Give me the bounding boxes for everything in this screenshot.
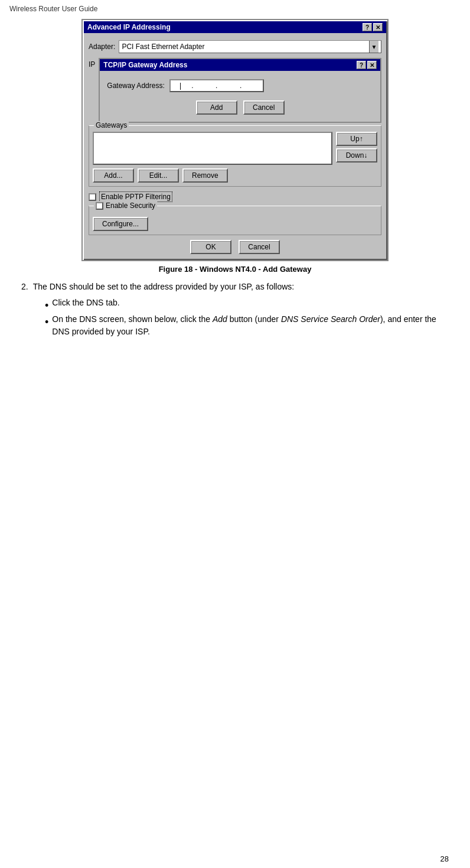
gateway-addr-row: Gateway Address: | . . . bbox=[107, 79, 373, 92]
gateway-help-btn[interactable]: ? bbox=[357, 61, 366, 69]
screenshot-container: Advanced IP Addressing ? ✕ Adapter: PCI … bbox=[9, 19, 461, 261]
gateway-dialog: TCP/IP Gateway Address ? ✕ Gateway Addre… bbox=[99, 58, 381, 123]
bullet-dot-1: • bbox=[45, 300, 48, 311]
gateway-cancel-btn[interactable]: Cancel bbox=[243, 100, 285, 115]
page-header: Wireless Router User Guide bbox=[9, 5, 461, 13]
gateways-listbox[interactable] bbox=[93, 132, 332, 165]
gateway-titlebar: TCP/IP Gateway Address ? ✕ bbox=[100, 59, 380, 71]
numbered-item: 2. The DNS should be set to the address … bbox=[21, 281, 449, 293]
gateways-down-btn[interactable]: Down↓ bbox=[336, 148, 377, 162]
gateways-up-btn[interactable]: Up↑ bbox=[336, 132, 377, 146]
adv-ip-body: Adapter: PCI Fast Ethernet Adapter ▼ IP … bbox=[84, 37, 386, 259]
adv-ip-dialog: Advanced IP Addressing ? ✕ Adapter: PCI … bbox=[81, 19, 389, 261]
bullet-dot-2: • bbox=[45, 317, 48, 327]
dialog-footer: OK Cancel bbox=[89, 240, 381, 254]
adv-ip-titlebar: Advanced IP Addressing ? ✕ bbox=[84, 21, 386, 33]
adv-ip-title: Advanced IP Addressing bbox=[87, 23, 171, 31]
list-item: • On the DNS screen, shown below, click … bbox=[45, 313, 449, 338]
gateway-body: Gateway Address: | . . . bbox=[100, 71, 380, 122]
bullet-text-2: On the DNS screen, shown below, click th… bbox=[52, 313, 449, 338]
adv-ip-titlebar-buttons: ? ✕ bbox=[363, 23, 383, 31]
security-group: Enable Security Configure... bbox=[89, 206, 381, 235]
pptp-label: Enable PPTP Filtering bbox=[99, 191, 172, 202]
pptp-row: Enable PPTP Filtering bbox=[89, 191, 381, 202]
bullet-list: • Click the DNS tab. • On the DNS screen… bbox=[45, 297, 449, 338]
cancel-footer-btn[interactable]: Cancel bbox=[239, 240, 280, 254]
adapter-label: Adapter: bbox=[89, 43, 115, 51]
ip-dot-3: . bbox=[240, 82, 241, 90]
gateways-group: Gateways Up↑ Down↓ Add... Edit... Remove bbox=[89, 125, 381, 187]
bullet-text-1: Click the DNS tab. bbox=[52, 297, 119, 309]
figure-caption: Figure 18 - Windows NT4.0 - Add Gateway bbox=[9, 265, 461, 274]
page-title: Wireless Router User Guide bbox=[9, 5, 97, 13]
ip-seg-1[interactable]: | bbox=[174, 82, 187, 90]
main-content: 2. The DNS should be set to the address … bbox=[9, 281, 461, 338]
gateway-close-btn[interactable]: ✕ bbox=[367, 61, 377, 69]
adv-ip-help-btn[interactable]: ? bbox=[363, 23, 372, 31]
figure-caption-text: Figure 18 - Windows NT4.0 - Add Gateway bbox=[159, 265, 312, 274]
step-text: The DNS should be set to the address pro… bbox=[33, 281, 295, 293]
gateways-content: Up↑ Down↓ bbox=[93, 132, 377, 165]
adapter-row: Adapter: PCI Fast Ethernet Adapter ▼ bbox=[89, 40, 381, 53]
ip-side-label: IP bbox=[89, 58, 95, 69]
list-item: • Click the DNS tab. bbox=[45, 297, 449, 311]
ip-dot-2: . bbox=[216, 82, 217, 90]
gateways-edit-btn[interactable]: Edit... bbox=[138, 168, 179, 183]
gateway-ip-input[interactable]: | . . . bbox=[169, 79, 264, 92]
security-group-label: Enable Security bbox=[94, 201, 157, 210]
ip-dot-1: . bbox=[191, 82, 193, 90]
gateways-side-btns: Up↑ Down↓ bbox=[336, 132, 377, 165]
gateway-titlebar-buttons: ? ✕ bbox=[357, 61, 377, 69]
ip-section: IP TCP/IP Gateway Address ? ✕ G bbox=[89, 58, 381, 125]
gateway-btn-row: Add Cancel bbox=[107, 100, 373, 115]
step-number: 2. bbox=[21, 281, 28, 293]
security-checkbox[interactable] bbox=[96, 202, 103, 210]
page-number: 28 bbox=[440, 854, 449, 863]
adapter-value: PCI Fast Ethernet Adapter bbox=[122, 43, 204, 51]
adv-ip-close-btn[interactable]: ✕ bbox=[373, 23, 383, 31]
adapter-dropdown-arrow[interactable]: ▼ bbox=[369, 41, 378, 53]
ok-btn[interactable]: OK bbox=[190, 240, 231, 254]
gateway-title: TCP/IP Gateway Address bbox=[103, 61, 187, 69]
configure-btn[interactable]: Configure... bbox=[93, 217, 148, 231]
adapter-select[interactable]: PCI Fast Ethernet Adapter ▼ bbox=[119, 40, 381, 53]
pptp-checkbox[interactable] bbox=[89, 193, 96, 201]
gateways-group-label: Gateways bbox=[94, 121, 129, 129]
security-label: Enable Security bbox=[106, 201, 155, 210]
gateways-remove-btn[interactable]: Remove bbox=[182, 168, 228, 183]
gateways-bottom-btns: Add... Edit... Remove bbox=[93, 168, 377, 183]
gateway-addr-label: Gateway Address: bbox=[107, 82, 164, 90]
gateways-add-btn[interactable]: Add... bbox=[93, 168, 134, 183]
gateway-add-btn[interactable]: Add bbox=[196, 100, 237, 115]
